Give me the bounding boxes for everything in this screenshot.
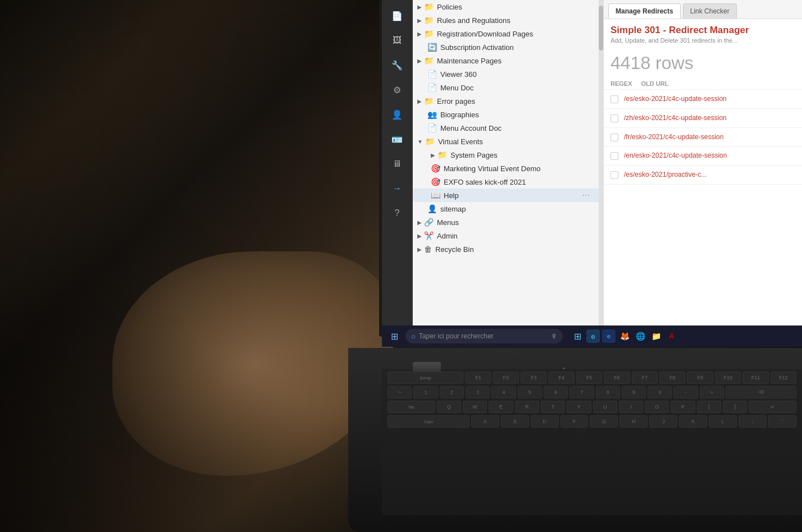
key-tab[interactable]: Tab <box>388 401 435 413</box>
key-minus[interactable]: - <box>673 386 698 398</box>
redirect-row-1[interactable]: /zh/esko-2021/c4c-update-session <box>604 109 802 128</box>
key-h[interactable]: H <box>619 415 648 428</box>
key-f9[interactable]: F9 <box>687 372 713 384</box>
key-i[interactable]: I <box>619 401 643 413</box>
key-backspace[interactable]: ⌫ <box>726 386 796 398</box>
tree-item-viewer360[interactable]: 📄 Viewer 360 <box>413 67 603 81</box>
redirect-row-4[interactable]: /es/esko-2021/proactive-c... <box>604 166 802 185</box>
tree-item-admin[interactable]: ▶ ✂️ Admin <box>413 229 603 242</box>
key-0[interactable]: 0 <box>648 386 672 398</box>
key-g[interactable]: G <box>590 415 618 428</box>
key-r[interactable]: R <box>515 401 539 413</box>
key-f7[interactable]: F7 <box>632 372 658 384</box>
key-9[interactable]: 9 <box>622 386 646 398</box>
tab-manage-redirects[interactable]: Manage Redirects <box>608 3 681 19</box>
key-f3[interactable]: F3 <box>521 372 546 384</box>
key-f10[interactable]: F10 <box>715 372 741 384</box>
tree-item-biographies[interactable]: 👥 Biographies <box>413 108 603 121</box>
tree-item-menus[interactable]: ▶ 🔗 Menus <box>413 215 603 229</box>
key-a[interactable]: A <box>471 415 499 428</box>
key-d[interactable]: D <box>531 415 559 428</box>
key-5[interactable]: 5 <box>518 386 542 398</box>
key-escape[interactable]: Echap <box>388 372 463 384</box>
sidebar-wrench-icon[interactable]: 🔧 <box>387 55 407 75</box>
redirect-checkbox-0[interactable] <box>610 95 618 103</box>
key-t[interactable]: T <box>541 401 565 413</box>
tree-item-menuaccountdoc[interactable]: 📄 Menu Account Doc <box>413 121 603 135</box>
redirect-checkbox-4[interactable] <box>610 171 618 179</box>
tab-link-checker[interactable]: Link Checker <box>683 3 737 19</box>
key-o[interactable]: O <box>645 401 669 413</box>
key-f5[interactable]: F5 <box>576 372 602 384</box>
redirect-checkbox-2[interactable] <box>610 134 618 141</box>
key-p[interactable]: P <box>671 401 695 413</box>
key-y[interactable]: Y <box>567 401 591 413</box>
tree-item-virtualevents[interactable]: ▼ 📁 Virtual Events <box>413 135 603 148</box>
key-w[interactable]: W <box>463 401 487 413</box>
taskbar-ie-icon[interactable]: e <box>586 329 600 343</box>
key-f11[interactable]: F11 <box>742 372 768 384</box>
key-f2[interactable]: F2 <box>493 372 519 384</box>
key-7[interactable]: 7 <box>569 386 594 398</box>
tree-item-systempages[interactable]: ▶ 📁 System Pages <box>413 148 603 162</box>
key-e[interactable]: E <box>489 401 513 413</box>
key-capslock[interactable]: Caps <box>388 415 470 428</box>
key-f4[interactable]: F4 <box>548 372 574 384</box>
key-equals[interactable]: = <box>700 386 724 398</box>
tree-item-recyclebin[interactable]: ▶ 🗑 Recycle Bin <box>413 242 603 256</box>
tree-item-exfosales[interactable]: 🎯 EXFO sales kick-off 2021 <box>413 175 603 189</box>
start-button[interactable]: ⊞ <box>386 328 402 344</box>
sidebar-help-icon[interactable]: ? <box>387 203 407 223</box>
key-6[interactable]: 6 <box>544 386 568 398</box>
tree-item-maintenance[interactable]: ▶ 📁 Maintenance Pages <box>413 54 603 67</box>
tree-item-menudoc[interactable]: 📄 Menu Doc <box>413 81 603 94</box>
key-1[interactable]: 1 <box>413 386 438 398</box>
sidebar-desktop-icon[interactable]: 🖥 <box>387 154 407 174</box>
sidebar-page-icon[interactable]: 📄 <box>387 6 407 26</box>
key-4[interactable]: 4 <box>491 386 516 398</box>
redirect-checkbox-3[interactable] <box>610 152 618 160</box>
redirect-row-2[interactable]: /fr/esko-2021/c4c-update-session <box>604 128 802 147</box>
redirect-row-3[interactable]: /en/esko-2021/c4c-update-session <box>604 146 802 166</box>
tree-item-subscription[interactable]: 🔄 Subscription Activation <box>413 40 603 54</box>
key-3[interactable]: 3 <box>466 386 490 398</box>
tree-item-registration[interactable]: ▶ 📁 Registration/Download Pages <box>413 27 603 40</box>
key-k[interactable]: K <box>679 415 707 428</box>
key-2[interactable]: 2 <box>440 386 464 398</box>
key-f[interactable]: F <box>561 415 589 428</box>
key-j[interactable]: J <box>649 415 677 428</box>
tree-item-rules[interactable]: ▶ 📁 Rules and Regulations <box>413 13 603 27</box>
key-q[interactable]: Q <box>437 401 461 413</box>
tree-item-marketingvirtual[interactable]: 🎯 Marketing Virtual Event Demo <box>413 162 603 175</box>
sidebar-user-icon[interactable]: 👤 <box>387 104 407 125</box>
key-u[interactable]: U <box>593 401 617 413</box>
key-l[interactable]: L <box>709 415 737 428</box>
key-8[interactable]: 8 <box>596 386 620 398</box>
taskbar-firefox-icon[interactable]: 🦊 <box>618 329 631 343</box>
microphone-icon[interactable]: 🎙 <box>551 333 557 340</box>
sidebar-card-icon[interactable]: 🪪 <box>387 129 407 149</box>
key-backtick[interactable]: ~ <box>388 386 412 398</box>
tree-item-sitemap[interactable]: 👤 sitemap <box>413 202 603 215</box>
sidebar-gear-icon[interactable]: ⚙ <box>387 80 407 100</box>
key-s[interactable]: S <box>501 415 529 428</box>
redirect-row-0[interactable]: /es/esko-2021/c4c-update-session <box>604 90 802 109</box>
taskbar-explorer-icon[interactable]: 📁 <box>649 329 663 343</box>
sidebar-image-icon[interactable]: 🖼 <box>387 30 407 51</box>
key-f1[interactable]: F1 <box>465 372 491 384</box>
taskbar-edge-icon[interactable]: e <box>602 329 616 343</box>
tree-scrollbar-thumb[interactable] <box>599 6 603 51</box>
taskbar-acrobat-icon[interactable]: A <box>665 329 678 343</box>
key-enter[interactable]: ↵ <box>749 401 796 413</box>
redirect-checkbox-1[interactable] <box>610 114 618 122</box>
tree-scrollbar[interactable] <box>599 0 603 325</box>
key-semicolon[interactable]: ; <box>739 415 767 428</box>
key-f12[interactable]: F12 <box>771 372 796 384</box>
tree-item-help[interactable]: 📖 Help ··· <box>413 189 603 202</box>
tree-item-policies[interactable]: ▶ 📁 Policies <box>413 0 603 13</box>
taskbar-grid-icon[interactable]: ⊞ <box>571 329 584 343</box>
key-f6[interactable]: F6 <box>604 372 630 384</box>
key-lbracket[interactable]: [ <box>697 401 721 413</box>
key-quote[interactable]: ' <box>768 415 796 428</box>
taskbar-search-box[interactable]: ○ Taper ici pour rechercher 🎙 <box>405 329 563 343</box>
